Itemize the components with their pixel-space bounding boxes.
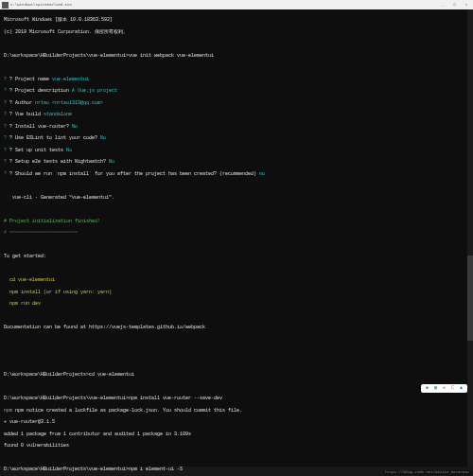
cmd-c: npm run dev xyxy=(4,301,469,307)
cmd-icon xyxy=(2,2,9,9)
added-router: added 1 package from 1 contributor and a… xyxy=(4,432,469,437)
wizard-vue-build: ? ? Vue build standalone xyxy=(4,112,469,117)
cmd-a: cd vue-elementui xyxy=(4,277,469,283)
titlebar: C:\Windows\system32\cmd.exe _ □ × xyxy=(0,0,473,9)
npm-notice-lock: npm npm notice created a lockfile as pac… xyxy=(4,408,469,414)
docs: Documentation can be found at https://vu… xyxy=(4,325,469,330)
watermark-icon: ◆ xyxy=(426,385,429,391)
cmd-b: npm install (or if using yarn: yarn) xyxy=(4,290,469,295)
scrollbar[interactable] xyxy=(467,9,473,467)
watermark: ◆ ▣ ◈ C ▲ xyxy=(421,384,467,393)
wizard-eslint: ? ? Use ESLint to lint your code? No xyxy=(4,135,469,141)
watermark-icon: ◈ xyxy=(443,385,446,391)
separator: # ======================== xyxy=(4,230,469,236)
init-done: # Project initialization finished! xyxy=(4,219,469,224)
window-controls: _ □ × xyxy=(438,3,471,8)
terminal-area[interactable]: Microsoft Windows [版本 10.0.18363.592] (c… xyxy=(0,9,473,467)
wizard-npm: ? ? Should we run `npm install` for you … xyxy=(4,171,469,177)
prompt-vue-init: D:\workspace\HBuilderProjects\vue-elemen… xyxy=(4,53,469,59)
copyright: (c) 2019 Microsoft Corporation. 保留所有权利。 xyxy=(4,29,469,35)
wizard-e2e: ? ? Setup e2e tests with Nightwatch? No xyxy=(4,159,469,165)
wizard-project-desc: ? ? Project description A Vue.js project xyxy=(4,88,469,94)
watermark-icon: ▲ xyxy=(460,385,463,391)
window-title: C:\Windows\system32\cmd.exe xyxy=(10,3,438,8)
footer-link: https://blog.csdn.net/weixin_55707032 xyxy=(383,470,471,475)
watermark-icon: ▣ xyxy=(434,385,437,391)
wizard-author: ? ? Author nrtao <nrtao1313@qq.com> xyxy=(4,100,469,106)
prompt-cd: D:\workspace\HBuilderProjects>cd vue-ele… xyxy=(4,372,469,378)
get-started: To get started: xyxy=(4,254,469,259)
wizard-unit: ? ? Set up unit tests No xyxy=(4,148,469,153)
maximize-button[interactable]: □ xyxy=(450,3,460,8)
watermark-icon: C xyxy=(451,385,454,391)
prompt-router: D:\workspace\HBuilderProjects\vue-elemen… xyxy=(4,396,469,401)
generated: vue-cli · Generated "vue-elementui". xyxy=(4,195,469,201)
minimize-button[interactable]: _ xyxy=(438,3,447,8)
win-version: Microsoft Windows [版本 10.0.18363.592] xyxy=(4,17,469,23)
pkg-router: + vue-router@3.1.5 xyxy=(4,419,469,425)
close-button[interactable]: × xyxy=(462,3,471,8)
vuln-router: found 0 vulnerabilities xyxy=(4,443,469,449)
wizard-router: ? ? Install vue-router? No xyxy=(4,124,469,130)
scroll-thumb[interactable] xyxy=(467,256,473,341)
wizard-project-name: ? ? Project name vue-elementui xyxy=(4,77,469,82)
